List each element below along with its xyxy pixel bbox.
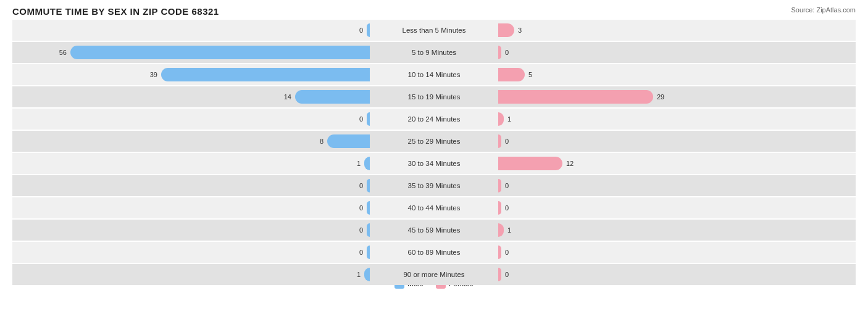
chart-title: COMMUTE TIME BY SEX IN ZIP CODE 68321 — [12, 6, 856, 17]
male-value: 0 — [351, 249, 367, 256]
female-value: 12 — [562, 160, 578, 167]
table-row: 0 20 to 24 Minutes 1 — [12, 109, 856, 130]
left-bar-section: 0 — [12, 112, 371, 126]
female-value: 0 — [501, 138, 517, 145]
male-value: 0 — [351, 115, 367, 123]
row-label: 45 to 59 Minutes — [371, 226, 497, 234]
right-bar-section: 0 — [497, 46, 856, 59]
right-bar-section: 29 — [497, 90, 856, 104]
left-bar-section: 0 — [12, 23, 371, 37]
left-bar-section: 0 — [12, 223, 371, 237]
chart-container: COMMUTE TIME BY SEX IN ZIP CODE 68321 So… — [0, 0, 868, 322]
row-label: 15 to 19 Minutes — [371, 93, 497, 101]
left-bar-section: 0 — [12, 246, 371, 259]
right-bar-section: 0 — [497, 179, 856, 192]
right-bar-section: 0 — [497, 134, 856, 148]
table-row: 0 60 to 89 Minutes 0 — [12, 242, 856, 263]
table-row: 39 10 to 14 Minutes 5 — [12, 64, 856, 85]
female-value: 5 — [525, 71, 540, 78]
female-bar — [498, 68, 525, 81]
male-bar — [367, 246, 370, 259]
row-label: 5 to 9 Minutes — [371, 49, 497, 56]
female-value: 0 — [501, 204, 517, 212]
male-bar — [367, 223, 370, 237]
female-value: 0 — [501, 249, 517, 256]
male-bar — [161, 68, 370, 81]
right-bar-section: 0 — [497, 246, 856, 259]
female-value: 3 — [514, 27, 530, 34]
male-value: 1 — [349, 271, 364, 278]
male-bar — [70, 46, 370, 59]
table-row: 56 5 to 9 Minutes 0 — [12, 42, 856, 63]
male-value: 8 — [312, 138, 327, 145]
row-label: Less than 5 Minutes — [371, 27, 497, 34]
table-row: 0 40 to 44 Minutes 0 — [12, 197, 856, 218]
row-label: 10 to 14 Minutes — [371, 71, 497, 78]
male-value: 56 — [55, 49, 70, 56]
male-bar — [295, 90, 370, 104]
source-text: Source: ZipAtlas.com — [791, 6, 856, 14]
female-bar — [498, 112, 504, 126]
male-value: 0 — [351, 27, 367, 34]
female-bar — [498, 23, 514, 37]
male-value: 1 — [349, 160, 364, 167]
row-label: 60 to 89 Minutes — [371, 249, 497, 256]
male-bar — [367, 201, 370, 215]
row-label: 25 to 29 Minutes — [371, 138, 497, 145]
male-value: 0 — [351, 226, 367, 234]
right-bar-section: 5 — [497, 68, 856, 81]
left-bar-section: 1 — [12, 157, 371, 170]
table-row: 0 Less than 5 Minutes 3 — [12, 20, 856, 41]
right-bar-section: 0 — [497, 268, 856, 281]
row-label: 30 to 34 Minutes — [371, 160, 497, 167]
female-bar — [498, 90, 653, 104]
left-bar-section: 56 — [12, 46, 371, 59]
female-bar — [498, 223, 504, 237]
female-value: 1 — [504, 226, 519, 234]
female-bar — [498, 157, 562, 170]
left-bar-section: 39 — [12, 68, 371, 81]
male-bar — [327, 134, 370, 148]
male-bar — [364, 157, 370, 170]
female-value: 29 — [653, 93, 669, 101]
male-value: 14 — [280, 93, 295, 101]
female-value: 0 — [501, 271, 517, 278]
table-row: 1 30 to 34 Minutes 12 — [12, 153, 856, 174]
row-label: 35 to 39 Minutes — [371, 182, 497, 189]
chart-area: 0 Less than 5 Minutes 3 56 5 to 9 Minute… — [12, 20, 856, 274]
male-value: 0 — [351, 182, 367, 189]
male-value: 0 — [351, 204, 367, 212]
male-bar — [367, 179, 370, 192]
right-bar-section: 1 — [497, 112, 856, 126]
row-label: 90 or more Minutes — [371, 271, 497, 278]
male-bar — [364, 268, 370, 281]
table-row: 1 90 or more Minutes 0 — [12, 264, 856, 285]
table-row: 0 45 to 59 Minutes 1 — [12, 220, 856, 241]
left-bar-section: 0 — [12, 201, 371, 215]
table-row: 8 25 to 29 Minutes 0 — [12, 131, 856, 152]
table-row: 0 35 to 39 Minutes 0 — [12, 175, 856, 196]
male-bar — [367, 112, 370, 126]
male-bar — [367, 23, 370, 37]
right-bar-section: 1 — [497, 223, 856, 237]
row-label: 40 to 44 Minutes — [371, 204, 497, 212]
female-value: 0 — [501, 182, 517, 189]
row-label: 20 to 24 Minutes — [371, 115, 497, 123]
left-bar-section: 14 — [12, 90, 371, 104]
left-bar-section: 1 — [12, 268, 371, 281]
table-row: 14 15 to 19 Minutes 29 — [12, 86, 856, 107]
female-value: 0 — [501, 49, 517, 56]
female-value: 1 — [504, 115, 519, 123]
right-bar-section: 12 — [497, 157, 856, 170]
left-bar-section: 8 — [12, 134, 371, 148]
right-bar-section: 0 — [497, 201, 856, 215]
male-value: 39 — [146, 71, 161, 78]
right-bar-section: 3 — [497, 23, 856, 37]
left-bar-section: 0 — [12, 179, 371, 192]
